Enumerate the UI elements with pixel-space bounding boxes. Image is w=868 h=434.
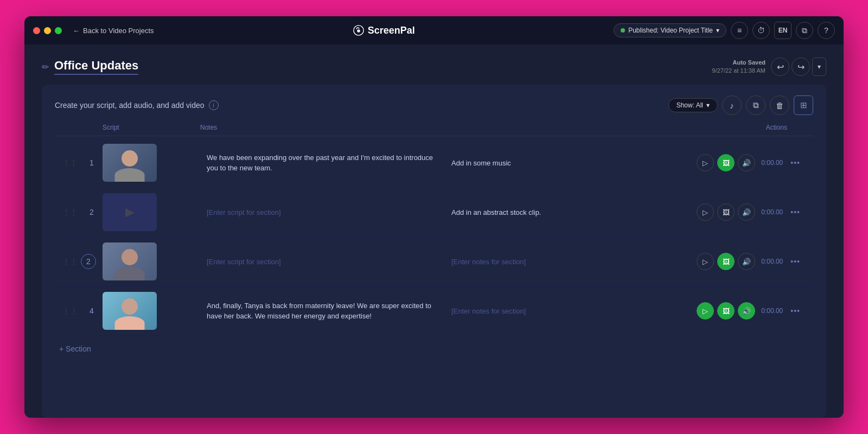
- notes-placeholder[interactable]: [Enter notes for section]: [445, 258, 690, 266]
- time-display: 0:00.00: [758, 258, 783, 265]
- show-filter-button[interactable]: Show: All ▾: [668, 98, 718, 112]
- autosave-date: 9/27/22 at 11:38 AM: [712, 67, 765, 75]
- image-icon: 🖼: [723, 159, 730, 167]
- script-panel: Create your script, add audio, and add v…: [42, 85, 826, 418]
- video-icon: ▷: [703, 208, 708, 216]
- autosave-area: Auto Saved 9/27/22 at 11:38 AM ↩ ↪ ▾: [712, 58, 826, 76]
- audio-button[interactable]: 🔊: [738, 253, 755, 270]
- page-title-area: ✏ Office Updates: [42, 59, 138, 75]
- music-icon: ♪: [730, 101, 734, 110]
- copy-icon: ⧉: [753, 100, 759, 110]
- history-button[interactable]: ⏱: [752, 22, 770, 39]
- image-button[interactable]: 🖼: [717, 154, 735, 171]
- show-filter-label: Show: All: [676, 101, 703, 109]
- notes-text[interactable]: Add in some music: [445, 159, 690, 167]
- image-icon: 🖼: [723, 258, 730, 266]
- publish-button[interactable]: Published: Video Project Title ▾: [614, 23, 726, 37]
- svg-point-1: [357, 29, 360, 33]
- language-button[interactable]: EN: [774, 22, 792, 39]
- undo-button[interactable]: ↩: [771, 58, 789, 76]
- table-row: ⋮⋮ 4 And, finally, Tanya is back from ma…: [55, 286, 813, 336]
- drag-handle[interactable]: ⋮⋮: [59, 158, 81, 167]
- thumbnail[interactable]: [103, 292, 157, 330]
- layers-button[interactable]: ⧉: [796, 22, 813, 39]
- undo-redo-controls: ↩ ↪ ▾: [771, 58, 826, 76]
- image-button[interactable]: 🖼: [717, 302, 735, 320]
- drag-handle[interactable]: ⋮⋮: [59, 208, 81, 216]
- screenpal-logo-icon: [353, 24, 365, 36]
- script-placeholder[interactable]: [Enter script for section]: [200, 208, 445, 216]
- video-toggle-button[interactable]: ▷: [697, 302, 714, 320]
- panel-controls: Show: All ▾ ♪ ⧉ 🗑 ⊞: [668, 95, 813, 115]
- audio-button[interactable]: 🔊: [738, 203, 755, 221]
- back-button[interactable]: ← Back to Video Projects: [73, 27, 154, 35]
- notes-placeholder[interactable]: [Enter notes for section]: [445, 307, 690, 315]
- image-button[interactable]: 🖼: [717, 253, 735, 270]
- avatar: [122, 150, 138, 167]
- video-icon: ▷: [703, 159, 708, 167]
- audio-button[interactable]: 🔊: [738, 302, 755, 320]
- grid-view-button[interactable]: ⊞: [794, 95, 813, 115]
- delete-button[interactable]: 🗑: [770, 95, 789, 115]
- col-header-actions: Actions: [690, 124, 809, 131]
- redo-button[interactable]: ↪: [792, 58, 810, 76]
- minimize-button[interactable]: [44, 27, 51, 34]
- logo-area: ScreenPal: [161, 24, 608, 36]
- autosave-label: Auto Saved: [712, 59, 765, 67]
- video-toggle-button[interactable]: ▷: [697, 154, 714, 171]
- image-button[interactable]: 🖼: [717, 203, 735, 221]
- titlebar-controls: Published: Video Project Title ▾ ≡ ⏱ EN …: [614, 22, 835, 39]
- col-header-notes: Notes: [200, 124, 445, 131]
- captions-button[interactable]: ≡: [731, 22, 748, 39]
- add-section-button[interactable]: + Section: [55, 336, 813, 362]
- panel-instructions: Create your script, add audio, and add v…: [55, 100, 219, 110]
- video-toggle-button[interactable]: ▷: [697, 253, 714, 270]
- script-text[interactable]: And, finally, Tanya is back from materni…: [200, 301, 445, 322]
- close-button[interactable]: [33, 27, 40, 34]
- more-row-actions[interactable]: •••: [786, 156, 805, 169]
- row-actions: ▷ 🖼 🔊 0:00.00 •••: [690, 253, 809, 270]
- help-icon: ?: [824, 26, 828, 35]
- script-placeholder[interactable]: [Enter script for section]: [200, 258, 445, 266]
- drag-handle[interactable]: ⋮⋮: [59, 257, 81, 266]
- thumbnail[interactable]: [103, 242, 157, 280]
- row-number-active: 2: [81, 254, 96, 269]
- back-arrow-icon: ←: [73, 27, 80, 35]
- info-icon[interactable]: i: [209, 100, 219, 110]
- captions-icon: ≡: [737, 26, 742, 35]
- script-text[interactable]: We have been expanding over the past yea…: [200, 152, 445, 174]
- more-row-actions[interactable]: •••: [786, 304, 805, 317]
- copy-button[interactable]: ⧉: [746, 95, 765, 115]
- video-placeholder-icon: ▶: [125, 205, 135, 219]
- drag-handle[interactable]: ⋮⋮: [59, 307, 81, 315]
- row-number: 1: [81, 158, 103, 167]
- maximize-button[interactable]: [55, 27, 62, 34]
- more-row-actions[interactable]: •••: [786, 206, 805, 219]
- layers-icon: ⧉: [802, 26, 807, 35]
- more-options-button[interactable]: ▾: [812, 58, 826, 76]
- thumbnail[interactable]: [103, 144, 157, 182]
- table-row: ⋮⋮ 1 We have been expanding over the pas…: [55, 138, 813, 188]
- publish-chevron-icon: ▾: [716, 27, 719, 34]
- table-header: Script Notes Actions: [55, 124, 813, 136]
- edit-icon[interactable]: ✏: [42, 62, 49, 72]
- notes-text[interactable]: Add in an abstract stock clip.: [445, 208, 690, 216]
- video-toggle-button[interactable]: ▷: [697, 203, 714, 221]
- image-icon: 🖼: [723, 208, 730, 216]
- music-button[interactable]: ♪: [722, 95, 742, 115]
- speaker-icon: 🔊: [742, 159, 751, 167]
- publish-status-dot: [621, 28, 625, 33]
- audio-button[interactable]: 🔊: [738, 154, 755, 171]
- panel-top: Create your script, add audio, and add v…: [55, 95, 813, 115]
- row-actions: ▷ 🖼 🔊 0:00.00 •••: [690, 302, 809, 320]
- add-section-label: + Section: [59, 344, 91, 353]
- thumbnail[interactable]: ▶: [103, 193, 157, 231]
- speaker-icon: 🔊: [742, 258, 751, 266]
- time-display: 0:00.00: [758, 159, 783, 167]
- traffic-lights: [33, 27, 62, 34]
- app-name: ScreenPal: [368, 25, 415, 36]
- time-display: 0:00.00: [758, 307, 783, 315]
- row-actions: ▷ 🖼 🔊 0:00.00 •••: [690, 203, 809, 221]
- help-button[interactable]: ?: [818, 22, 835, 39]
- more-row-actions[interactable]: •••: [786, 255, 805, 268]
